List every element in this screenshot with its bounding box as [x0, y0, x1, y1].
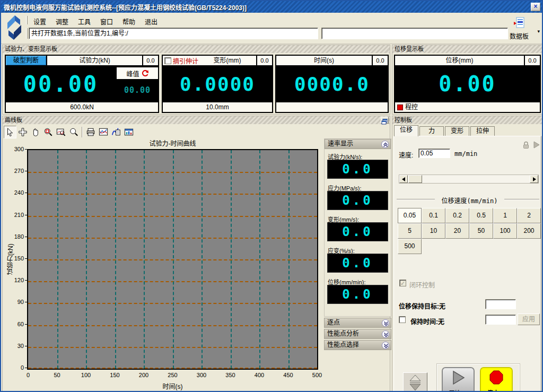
databoard-button[interactable]: 数据板 ▾ — [504, 17, 535, 41]
zoom-curve-tool-icon[interactable] — [55, 126, 67, 138]
scrollbar-right-arrow[interactable] — [530, 175, 538, 183]
tab-变形[interactable]: 变形 — [445, 126, 469, 136]
close-button[interactable]: × — [531, 3, 540, 11]
app-window: 微机控制电液伺服万能试验机测控系统--[预应力混凝土用钢绞线试验(GB/T522… — [0, 0, 543, 392]
speed-input-value: 0.05 — [421, 150, 433, 157]
hold-time-label: 保持时间:无 — [410, 317, 444, 326]
menu-item-1[interactable]: 调整 — [52, 16, 72, 27]
pan-tool-icon[interactable] — [16, 126, 29, 138]
speed-button-100[interactable]: 100 — [493, 223, 517, 239]
chart-plot-area[interactable] — [27, 149, 318, 370]
speed-button-200[interactable]: 200 — [517, 223, 541, 239]
deform-display-group: 摘引伸计 变形(mm) 0.0 0.0000 10.0mm — [162, 55, 273, 113]
curve-panel: 曲线板 试验力-时间曲线 试验力(kN) 时间(s) 0306090120150… — [2, 116, 390, 392]
y-tick-label: 120 — [3, 277, 24, 283]
hold-time-input[interactable] — [485, 315, 516, 325]
collapsed-panel-0[interactable]: 逐点 — [324, 318, 391, 328]
tab-拉伸[interactable]: 拉伸 — [470, 126, 495, 136]
speed-input[interactable]: 0.05 — [418, 149, 450, 158]
hold-target-input[interactable] — [485, 299, 516, 309]
window-title: 微机控制电液伺服万能试验机测控系统--[预应力混凝土用钢绞线试验(GB/T522… — [1, 3, 247, 12]
displacement-tab-page: 速度: 0.05 mm/min 位移速度(mm/min) 0.050.10.20… — [393, 136, 541, 391]
collapsed-panel-2[interactable]: 性能点选择 — [324, 340, 391, 350]
jog-up-down-button[interactable] — [403, 372, 427, 392]
databoard-icon — [514, 17, 524, 29]
speed-button-10[interactable]: 10 — [422, 223, 445, 239]
databoard-label: 数据板 — [504, 31, 535, 40]
collapsed-panel-1[interactable]: 性能点分析 — [324, 329, 391, 339]
v-gridline — [173, 150, 174, 369]
title-bar[interactable]: 微机控制电液伺服万能试验机测控系统--[预应力混凝土用钢绞线试验(GB/T522… — [1, 1, 542, 13]
peak-value: 00.00 — [124, 85, 151, 95]
curve-style-tool-icon[interactable] — [97, 126, 110, 138]
y-tick-mark — [25, 368, 27, 368]
peak-reset-button[interactable]: 峰值 — [117, 67, 158, 80]
stop-button[interactable]: 停止F6 — [480, 367, 513, 392]
expand-down-icon[interactable] — [382, 330, 389, 338]
v-gridline — [259, 150, 260, 369]
chart-title: 试验力-时间曲线 — [27, 138, 318, 147]
y-tick-label: 210 — [3, 212, 24, 218]
export-curve-tool-icon[interactable] — [110, 126, 122, 138]
speed-button-5[interactable]: 5 — [398, 223, 422, 239]
app-logo-icon — [4, 14, 24, 41]
dropdown-arrow-icon[interactable]: ▾ — [537, 29, 540, 34]
extensometer-checkbox[interactable] — [164, 57, 171, 64]
start-button[interactable]: 开始F5 — [442, 367, 475, 392]
time-value: 0000.0 — [294, 73, 370, 95]
closed-loop-checkbox[interactable]: ✓ — [399, 280, 406, 286]
print-tool-icon[interactable] — [84, 126, 97, 138]
curve-panel-title: 曲线板 — [3, 116, 390, 124]
v-gridline — [57, 150, 58, 369]
tab-位移[interactable]: 位移 — [394, 125, 418, 136]
zoom-out-tool-icon[interactable] — [67, 126, 80, 138]
speed-button-0.5[interactable]: 0.5 — [469, 208, 493, 223]
group-divider-left — [397, 199, 435, 200]
scrollbar-thumb[interactable] — [408, 175, 422, 183]
y-tick-mark — [25, 215, 27, 215]
stop-octagon-icon — [488, 370, 504, 385]
y-tick-label: 270 — [3, 168, 24, 174]
apply-button[interactable]: 应用 — [518, 313, 540, 325]
displacement-panel-title: 位移显示板 — [392, 45, 542, 53]
menu-item-3[interactable]: 窗口 — [97, 16, 117, 27]
scrollbar-left-arrow[interactable] — [399, 175, 408, 183]
collapse-up-icon[interactable] — [381, 141, 389, 148]
collapsed-panel-label: 逐点 — [327, 319, 340, 326]
speed-scrollbar[interactable] — [399, 175, 539, 184]
data-window-tool-icon[interactable] — [122, 126, 135, 138]
restore-window-icon[interactable] — [381, 117, 389, 124]
menu-item-2[interactable]: 工具 — [74, 16, 94, 27]
start-button-label: 开始F5 — [443, 388, 474, 392]
menu-item-4[interactable]: 帮助 — [119, 16, 139, 27]
menu-item-0[interactable]: 设置 — [30, 16, 50, 27]
speed-button-0.1[interactable]: 0.1 — [422, 208, 445, 223]
speed-button-0.05[interactable]: 0.05 — [398, 208, 422, 223]
speed-button-50[interactable]: 50 — [469, 223, 493, 239]
force-aux-value: 0.0 — [142, 56, 158, 65]
displacement-display-group: 位移(mm) 0.0 0.00 程控 — [394, 55, 541, 113]
expand-down-icon[interactable] — [382, 319, 389, 327]
y-tick-mark — [25, 237, 27, 237]
speed-button-500[interactable]: 500 — [398, 239, 422, 254]
cursor-tool-icon[interactable] — [4, 126, 16, 138]
break-judge-button[interactable]: 破型判断 — [6, 56, 47, 65]
menu-item-5[interactable]: 退出 — [141, 16, 161, 27]
hand-tool-icon[interactable] — [29, 126, 42, 138]
hold-time-checkbox[interactable] — [399, 316, 406, 323]
v-gridline — [86, 150, 87, 369]
deform-header: 变形(mm) — [198, 56, 256, 65]
speed-button-0.2[interactable]: 0.2 — [445, 208, 469, 223]
speed-button-20[interactable]: 20 — [445, 223, 469, 239]
x-tick-label: 100 — [75, 372, 97, 378]
speed-button-1[interactable]: 1 — [493, 208, 517, 223]
chart-x-axis-label: 时间(s) — [27, 381, 318, 390]
speed-button-2[interactable]: 2 — [517, 208, 541, 223]
expand-down-icon[interactable] — [382, 342, 389, 349]
peak-refresh-icon — [142, 70, 148, 77]
v-gridline — [231, 150, 232, 369]
tab-力[interactable]: 力 — [419, 126, 444, 136]
zoom-region-tool-icon[interactable] — [42, 126, 55, 138]
rate-panel-header[interactable]: 速率显示 — [325, 139, 391, 149]
rate-item-value: 0.0 — [342, 193, 373, 208]
